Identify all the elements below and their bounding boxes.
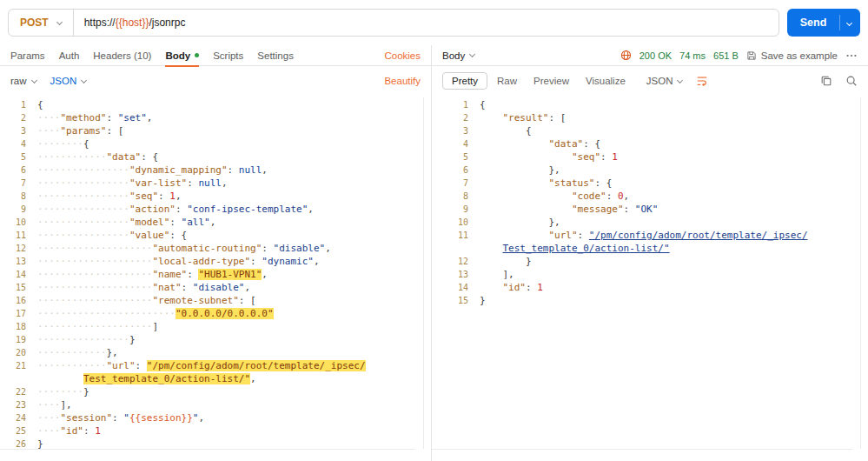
response-language-dropdown[interactable]: JSON [646, 76, 683, 86]
code-line[interactable]: 20············}, [0, 346, 431, 359]
view-tab-preview[interactable]: Preview [527, 73, 576, 89]
code-line[interactable]: 22········} [0, 385, 431, 398]
horizontal-scrollbar[interactable] [432, 449, 852, 450]
line-number: 4 [432, 137, 468, 150]
code-line[interactable]: 2····"method": "set", [0, 111, 431, 124]
method-selector[interactable]: POST [9, 17, 73, 29]
code-line[interactable]: 4 "data": { [432, 137, 868, 150]
response-body-label: Body [442, 50, 465, 61]
line-number: 1 [432, 98, 468, 111]
response-body-dropdown[interactable]: Body [442, 50, 474, 61]
code-line[interactable]: 3····"params": [ [0, 124, 431, 137]
code-line[interactable]: 18····················] [0, 320, 431, 333]
main-split: Params Auth Headers (10) Body Scripts Se… [0, 45, 868, 461]
code-line[interactable]: 12 } [432, 255, 868, 268]
code-line[interactable]: 9 "message": "OK" [432, 203, 868, 216]
more-options-icon[interactable] [845, 50, 858, 62]
send-label: Send [787, 17, 839, 29]
code-line[interactable]: 11················"value": { [0, 229, 431, 242]
view-tab-raw[interactable]: Raw [490, 73, 524, 89]
code-line[interactable]: 19················} [0, 333, 431, 346]
tab-headers[interactable]: Headers (10) [93, 45, 151, 66]
code-line[interactable]: 7················"var-list": null, [0, 177, 431, 190]
line-number: 6 [432, 164, 468, 177]
line-number: 11 [0, 229, 26, 242]
code-line[interactable]: 1{ [0, 98, 431, 111]
line-number: 21 [0, 359, 26, 372]
code-line[interactable]: 13 ], [432, 268, 868, 281]
request-body-editor[interactable]: 1{2····"method": "set",3····"params": [4… [0, 96, 431, 461]
request-body-toolbar: raw JSON Beautify [0, 66, 431, 96]
code-line[interactable]: Test_template_0/action-list/" [432, 242, 868, 255]
code-line[interactable]: 8 "code": 0, [432, 190, 868, 203]
code-line[interactable]: 11 "url": "/pm/config/adom/root/template… [432, 229, 868, 242]
url-input[interactable]: https://{{host}}/jsonrpc [74, 17, 196, 29]
tab-settings[interactable]: Settings [257, 45, 294, 66]
cookies-link[interactable]: Cookies [384, 50, 421, 61]
chevron-down-icon [81, 77, 87, 83]
copy-icon[interactable] [820, 75, 832, 87]
view-tab-visualize[interactable]: Visualize [579, 73, 633, 89]
line-number: 10 [0, 216, 26, 229]
code-line[interactable]: 13····················"local-addr-type":… [0, 255, 431, 268]
code-line[interactable]: 6················"dynamic_mapping": null… [0, 164, 431, 177]
code-line[interactable]: 15} [432, 294, 868, 307]
chevron-down-icon [677, 77, 683, 83]
code-line[interactable]: 10 }, [432, 216, 868, 229]
code-line[interactable]: 6 }, [432, 164, 868, 177]
send-button[interactable]: Send [787, 9, 860, 37]
code-line[interactable]: 24····"session": "{{session}}", [0, 411, 431, 424]
response-view-toolbar: Pretty Raw Preview Visualize JSON [432, 66, 868, 96]
code-line[interactable]: 12····················"automatic-routing… [0, 242, 431, 255]
chevron-down-icon [56, 18, 63, 24]
divider [839, 15, 840, 30]
view-tab-pretty[interactable]: Pretty [442, 72, 487, 90]
line-number: 14 [432, 281, 468, 294]
body-type-dropdown[interactable]: raw [10, 76, 36, 86]
code-line[interactable]: 10················"model": "all", [0, 216, 431, 229]
code-line[interactable]: 5············"data": { [0, 150, 431, 164]
save-as-example-button[interactable]: Save as example [746, 50, 838, 61]
line-number: 9 [432, 203, 468, 216]
tab-params[interactable]: Params [10, 45, 45, 66]
code-line[interactable]: 16····················"remote-subnet": [ [0, 294, 431, 307]
code-line[interactable]: 2 "result": [ [432, 111, 868, 124]
tab-body[interactable]: Body [165, 45, 199, 66]
line-number: 12 [432, 255, 468, 268]
beautify-link[interactable]: Beautify [384, 76, 421, 86]
wrap-text-icon[interactable] [696, 75, 708, 87]
code-line[interactable]: 14 "id": 1 [432, 281, 868, 294]
response-panel: Body 200 OK 74 ms 651 B Save as example [432, 45, 868, 461]
horizontal-scrollbar[interactable] [0, 449, 415, 450]
code-line[interactable]: 7 "status": { [432, 177, 868, 190]
code-line[interactable]: 3 { [432, 124, 868, 137]
tab-auth[interactable]: Auth [59, 45, 80, 66]
code-line[interactable]: 5 "seq": 1 [432, 150, 868, 164]
code-line[interactable]: 9················"action": "conf-ipsec-t… [0, 203, 431, 216]
response-time: 74 ms [679, 50, 706, 61]
save-icon [746, 50, 757, 61]
code-line[interactable]: 4········{ [0, 137, 431, 150]
code-line[interactable]: 21············"url": "/pm/config/adom/ro… [0, 359, 431, 372]
code-line[interactable]: 8················"seq": 1, [0, 190, 431, 203]
tab-scripts[interactable]: Scripts [213, 45, 243, 66]
url-link[interactable]: "/pm/config/adom/root/template/_ipsec/ [589, 230, 808, 241]
code-line[interactable]: Test_template_0/action-list/", [0, 372, 431, 385]
response-body-editor[interactable]: 1{2 "result": [3 {4 "data": {5 "seq": 16… [432, 96, 868, 461]
response-toolbar-icons [820, 75, 858, 87]
response-meta: 200 OK 74 ms 651 B Save as example [620, 50, 858, 62]
code-line[interactable]: 14····················"name": "HUB1-VPN1… [0, 268, 431, 281]
api-client-window: POST https://{{host}}/jsonrpc Send Param… [0, 0, 868, 461]
code-line[interactable]: 25····"id": 1 [0, 424, 431, 438]
language-dropdown[interactable]: JSON [50, 76, 87, 86]
url-link[interactable]: Test_template_0/action-list/" [503, 243, 670, 254]
code-line[interactable]: 17························"0.0.0.0/0.0.0… [0, 307, 431, 320]
vertical-scrollbar[interactable] [423, 97, 424, 449]
network-icon[interactable] [620, 50, 632, 61]
response-view-tabs: Pretty Raw Preview Visualize [442, 72, 633, 90]
code-line[interactable]: 23····], [0, 398, 431, 411]
search-icon[interactable] [845, 75, 858, 87]
code-line[interactable]: 1{ [432, 98, 868, 111]
vertical-scrollbar[interactable] [860, 97, 861, 449]
code-line[interactable]: 15····················"nat": "disable", [0, 281, 431, 294]
